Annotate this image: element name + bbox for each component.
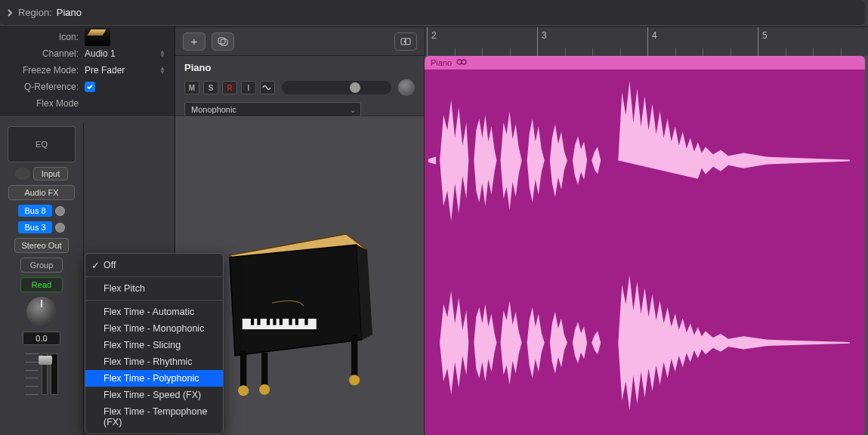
- svg-rect-28: [304, 319, 307, 325]
- catch-playhead-button[interactable]: [394, 32, 417, 51]
- svg-rect-27: [295, 319, 298, 325]
- channel-label: Channel:: [2, 48, 85, 59]
- flex-mode-menu: Off Flex Pitch Flex Time - Automatic Fle…: [85, 253, 224, 434]
- track-icon-thumbnail[interactable]: [85, 28, 110, 46]
- freeze-mode-dropdown[interactable]: Pre Fader▲▼: [85, 65, 167, 76]
- menu-item-flex-pitch[interactable]: Flex Pitch: [85, 280, 223, 297]
- fader-scale: [25, 353, 39, 395]
- region-header[interactable]: Region: Piano: [0, 0, 865, 26]
- channel-dropdown[interactable]: Audio 1▲▼: [85, 48, 167, 59]
- region-name: Piano: [57, 7, 82, 18]
- duplicate-track-button[interactable]: [212, 32, 234, 51]
- loop-icon: [456, 58, 467, 67]
- solo-button[interactable]: S: [203, 81, 218, 94]
- q-reference-checkbox[interactable]: [85, 82, 95, 92]
- menu-item-flex-tempophone[interactable]: Flex Time - Tempophone (FX): [85, 403, 223, 430]
- bus8-send[interactable]: Bus 8: [18, 205, 51, 217]
- flex-enable-button[interactable]: [260, 81, 275, 94]
- menu-separator: [85, 300, 223, 301]
- mute-button[interactable]: M: [184, 81, 199, 94]
- pan-value[interactable]: 0.0: [23, 332, 60, 345]
- bar-ruler[interactable]: 2 3 4 5: [425, 27, 868, 56]
- input-monitor-button[interactable]: I: [241, 81, 256, 94]
- menu-item-off[interactable]: Off: [85, 257, 223, 273]
- track-name[interactable]: Piano: [184, 62, 415, 73]
- send-knob[interactable]: [55, 223, 65, 233]
- svg-point-18: [349, 375, 360, 385]
- svg-point-29: [457, 60, 462, 64]
- menu-item-flex-slicing[interactable]: Flex Time - Slicing: [85, 337, 223, 353]
- svg-rect-26: [289, 319, 292, 325]
- volume-slider[interactable]: [282, 81, 391, 94]
- svg-rect-9: [221, 39, 227, 45]
- input-button[interactable]: Input: [33, 167, 68, 180]
- menu-separator: [85, 276, 223, 277]
- automation-read-button[interactable]: Read: [20, 277, 63, 292]
- link-icon[interactable]: [15, 168, 30, 180]
- group-button[interactable]: Group: [20, 258, 63, 273]
- region-label: Region:: [18, 7, 52, 18]
- chevron-right-icon: [6, 9, 14, 17]
- svg-rect-22: [257, 319, 260, 325]
- waveform-display: [425, 69, 865, 426]
- svg-point-19: [259, 384, 270, 395]
- svg-rect-23: [267, 319, 270, 325]
- track-header-row[interactable]: Piano M S R I Monophonic: [175, 56, 424, 116]
- menu-item-flex-rhythmic[interactable]: Flex Time - Rhythmic: [85, 353, 223, 370]
- add-track-button[interactable]: +: [183, 32, 205, 51]
- svg-rect-15: [351, 335, 357, 377]
- record-enable-button[interactable]: R: [222, 81, 237, 94]
- menu-item-flex-polyphonic[interactable]: Flex Time - Polyphonic: [85, 370, 223, 387]
- pan-knob[interactable]: [26, 297, 57, 327]
- svg-rect-16: [261, 353, 267, 387]
- svg-rect-24: [273, 319, 276, 325]
- flex-mode-label: Flex Mode: [2, 98, 85, 109]
- icon-label: Icon:: [2, 32, 85, 42]
- menu-item-flex-monophonic[interactable]: Flex Time - Monophonic: [85, 320, 223, 337]
- svg-point-30: [462, 60, 466, 64]
- audio-region[interactable]: Piano: [425, 56, 865, 435]
- svg-point-17: [238, 385, 249, 396]
- svg-marker-12: [230, 245, 362, 356]
- bus3-send[interactable]: Bus 3: [18, 221, 51, 233]
- menu-item-flex-automatic[interactable]: Flex Time - Automatic: [85, 304, 223, 320]
- flex-mode-dropdown[interactable]: Monophonic: [184, 102, 361, 117]
- eq-thumbnail[interactable]: EQ: [8, 126, 76, 162]
- svg-rect-25: [280, 319, 283, 325]
- svg-rect-14: [240, 350, 246, 387]
- q-reference-label: Q-Reference:: [2, 82, 85, 92]
- piano-illustration: [198, 192, 409, 403]
- svg-rect-8: [218, 38, 225, 44]
- audio-fx-button[interactable]: Audio FX: [8, 185, 75, 200]
- volume-fader[interactable]: [42, 353, 48, 395]
- region-name-label: Piano: [431, 58, 452, 67]
- svg-rect-21: [251, 319, 254, 325]
- output-button[interactable]: Stereo Out: [14, 238, 68, 253]
- menu-item-flex-speed[interactable]: Flex Time - Speed (FX): [85, 387, 223, 403]
- pan-knob[interactable]: [398, 79, 415, 96]
- send-knob[interactable]: [55, 206, 65, 216]
- freeze-mode-label: Freeze Mode:: [2, 65, 85, 76]
